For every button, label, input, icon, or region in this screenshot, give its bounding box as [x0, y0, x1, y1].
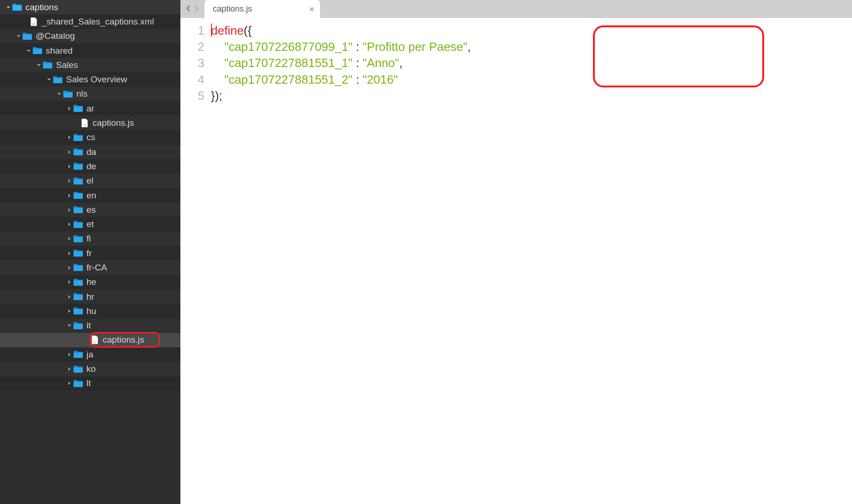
nav-back-icon[interactable] — [185, 5, 191, 13]
code-editor[interactable]: 12345 define({ "cap1707226877099_1" : "P… — [180, 18, 852, 504]
file-tree-sidebar[interactable]: captionsXML_shared_Sales_captions.xml@Ca… — [0, 0, 180, 504]
code-line: "cap1707227881551_1" : "Anno", — [211, 55, 852, 71]
tree-item-hr[interactable]: hr — [0, 289, 180, 304]
tree-item-label: fr — [86, 248, 92, 258]
tree-item--Catalog[interactable]: @Catalog — [0, 29, 180, 43]
code-line: }); — [211, 88, 852, 104]
tree-item-label: fi — [86, 234, 91, 244]
tab-captions-js[interactable]: captions.js × — [204, 0, 320, 18]
tree-item-et[interactable]: et — [0, 217, 180, 231]
tree-item-label: da — [86, 147, 96, 157]
tree-item-label: nls — [76, 89, 87, 99]
svg-text:JS: JS — [83, 124, 86, 127]
line-gutter: 12345 — [180, 23, 211, 504]
line-number: 5 — [180, 88, 204, 104]
line-number: 4 — [180, 72, 204, 88]
line-number: 3 — [180, 55, 204, 71]
code-line: "cap1707226877099_1" : "Profitto per Pae… — [211, 39, 852, 55]
tree-item-label: fr-CA — [86, 263, 107, 273]
svg-text:XML: XML — [31, 23, 36, 25]
close-icon[interactable]: × — [309, 5, 315, 14]
line-number: 2 — [180, 39, 204, 55]
tab-bar: captions.js × — [180, 0, 852, 18]
tree-item-captions[interactable]: captions — [0, 0, 180, 14]
tree-item-label: captions — [25, 2, 58, 12]
tree-item-label: et — [86, 219, 94, 229]
tree-item-label: captions.js — [103, 335, 144, 345]
nav-arrows — [180, 0, 204, 18]
tree-item-nls[interactable]: nls — [0, 87, 180, 101]
tree-item-label: he — [86, 277, 96, 287]
tree-item-label: captions.js — [93, 118, 134, 128]
tab-label: captions.js — [213, 4, 252, 14]
tree-item-label: hu — [86, 306, 96, 316]
tree-item-fi[interactable]: fi — [0, 232, 180, 246]
nav-forward-icon[interactable] — [193, 5, 200, 13]
tree-item-shared[interactable]: shared — [0, 43, 180, 58]
tree-item-el[interactable]: el — [0, 174, 180, 188]
line-number: 1 — [180, 23, 204, 39]
tree-item-label: el — [86, 176, 93, 186]
svg-text:JS: JS — [93, 342, 96, 344]
tree-item-Sales[interactable]: Sales — [0, 58, 180, 72]
tree-item-label: @Catalog — [36, 31, 75, 41]
tree-item-ar[interactable]: ar — [0, 101, 180, 116]
tree-item-label: en — [86, 191, 96, 201]
tree-item--shared-Sales-captions-xml[interactable]: XML_shared_Sales_captions.xml — [0, 14, 180, 29]
tree-item-label: it — [86, 320, 91, 331]
tree-item-it[interactable]: it — [0, 319, 180, 333]
tree-item-fr-CA[interactable]: fr-CA — [0, 260, 180, 275]
code-line: define({ — [211, 23, 852, 39]
code-line: "cap1707227881551_2" : "2016" — [211, 72, 852, 88]
editor-pane: captions.js × 12345 define({ "cap1707226… — [180, 0, 852, 504]
tree-item-label: Sales Overview — [66, 74, 127, 85]
tree-item-label: _shared_Sales_captions.xml — [42, 17, 154, 27]
tree-item-es[interactable]: es — [0, 203, 180, 217]
tree-item-label: de — [86, 161, 96, 172]
tree-item-ko[interactable]: ko — [0, 362, 180, 376]
tree-item-label: ar — [86, 104, 94, 114]
code-content[interactable]: define({ "cap1707226877099_1" : "Profitt… — [211, 23, 852, 504]
tree-item-da[interactable]: da — [0, 145, 180, 159]
tree-item-de[interactable]: de — [0, 159, 180, 173]
tree-item-he[interactable]: he — [0, 275, 180, 289]
tree-item-hu[interactable]: hu — [0, 304, 180, 318]
tree-item-label: ko — [86, 364, 96, 374]
tree-item-label: shared — [46, 46, 73, 56]
tree-item-captions-js[interactable]: JScaptions.js — [0, 116, 180, 130]
tree-item-label: ja — [86, 350, 93, 360]
tree-item-captions-js[interactable]: JScaptions.js — [0, 333, 180, 347]
tree-item-Sales-Overview[interactable]: Sales Overview — [0, 72, 180, 86]
tree-item-label: es — [86, 205, 96, 215]
tree-item-ja[interactable]: ja — [0, 347, 180, 362]
tree-item-en[interactable]: en — [0, 188, 180, 203]
tree-item-label: hr — [86, 292, 94, 302]
tree-item-fr[interactable]: fr — [0, 246, 180, 260]
tree-item-cs[interactable]: cs — [0, 130, 180, 145]
tree-item-label: lt — [86, 378, 91, 388]
tree-item-label: cs — [86, 132, 95, 142]
tree-item-label: Sales — [56, 60, 78, 70]
tree-item-lt[interactable]: lt — [0, 376, 180, 391]
